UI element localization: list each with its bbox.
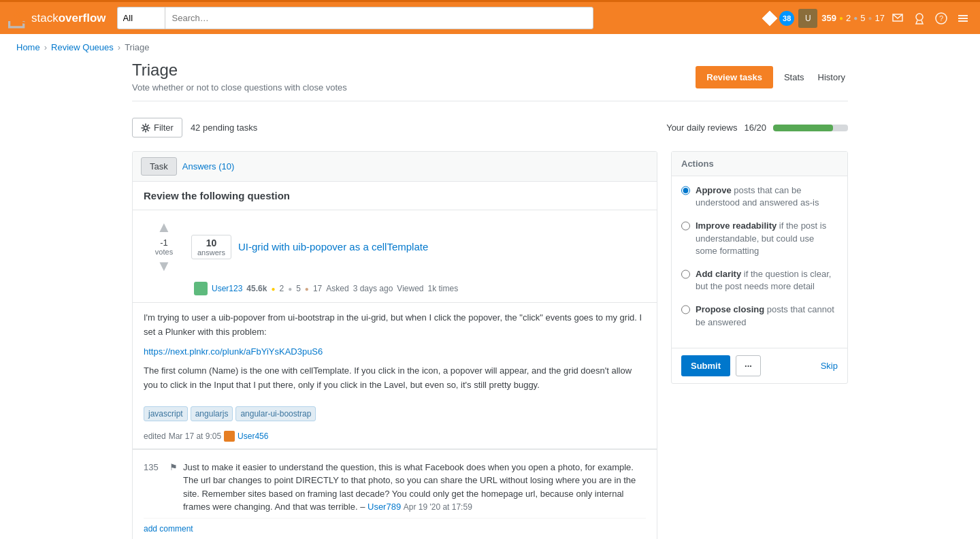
action-clarity: Add clarity if the question is clear, bu… — [681, 268, 838, 293]
filter-button[interactable]: Filter — [132, 118, 182, 137]
question-title-link[interactable]: UI-grid with uib-popover as a cellTempla… — [238, 241, 428, 252]
achievements-button[interactable] — [911, 10, 928, 27]
logo-light: stack — [31, 12, 59, 24]
task-tab-active[interactable]: Task — [141, 157, 177, 176]
vote-column: ▲ -1 votes ▼ — [144, 217, 184, 276]
search-filter-select[interactable]: All Questions Users Tags — [117, 7, 165, 29]
search-input[interactable] — [165, 7, 593, 29]
action-clarity-label: Add clarity if the question is clear, bu… — [696, 268, 838, 293]
comment-item: 135 ⚑ Just to make it easier to understa… — [144, 457, 646, 519]
page-subtitle: Vote whether or not to close questions w… — [132, 82, 347, 93]
achievement-badge[interactable]: 38 — [779, 11, 794, 26]
svg-point-0 — [916, 14, 923, 20]
help-button[interactable]: ? — [932, 10, 950, 27]
tag-javascript[interactable]: javascript — [144, 406, 188, 421]
menu-button[interactable] — [954, 10, 972, 27]
question-meta-row: ▲ -1 votes ▼ 10 answers UI-grid with uib… — [133, 210, 657, 279]
author-gold: 2 — [279, 284, 284, 293]
daily-reviews-value: 16/20 — [744, 122, 766, 133]
review-tasks-button[interactable]: Review tasks — [696, 66, 773, 88]
plunker-link[interactable]: https://next.plnkr.co/plunk/aFbYiYsKAD3p… — [144, 346, 323, 357]
breadcrumb-current: Triage — [125, 42, 149, 52]
user-reputation: 359 ● 2 ● 5 ● 17 — [821, 13, 885, 23]
author-gold-dot: ● — [271, 285, 275, 293]
filter-bar-left: Filter 42 pending tasks — [132, 118, 257, 137]
action-close-radio[interactable] — [681, 305, 690, 314]
actions-body: Approve posts that can be understood and… — [672, 176, 847, 348]
vote-label: votes — [155, 248, 173, 256]
review-area: Task Answers (10) Review the following q… — [132, 151, 848, 539]
comment-section: 135 ⚑ Just to make it easier to understa… — [133, 449, 657, 539]
edit-user-link[interactable]: User456 — [238, 431, 268, 441]
tag-angular-ui-boostrap[interactable]: angular-ui-boostrap — [235, 406, 316, 421]
author-bronze: 17 — [313, 284, 322, 293]
gear-icon — [141, 123, 150, 133]
vote-down-arrow[interactable]: ▼ — [157, 257, 172, 275]
action-improve-label: Improve readability if the post is under… — [696, 220, 838, 257]
stats-link[interactable]: Stats — [781, 66, 807, 88]
silver-dot: ● — [853, 14, 858, 22]
vote-number: -1 — [160, 238, 168, 248]
breadcrumb: Home › Review Queues › Triage — [0, 34, 980, 61]
svg-point-6 — [144, 126, 148, 129]
silver-count: 5 — [860, 13, 865, 23]
answers-tab-link[interactable]: Answers (10) — [182, 158, 235, 175]
bronze-dot: ● — [868, 14, 872, 22]
bronze-count: 17 — [875, 13, 885, 23]
filter-bar: Filter 42 pending tasks Your daily revie… — [132, 112, 848, 143]
svg-rect-3 — [958, 15, 968, 16]
author-link[interactable]: User123 — [212, 284, 242, 293]
logo-bold: overflow — [59, 12, 106, 24]
svg-rect-5 — [958, 20, 968, 22]
skip-button[interactable]: Skip — [821, 361, 838, 371]
asked-label: Asked — [326, 284, 348, 293]
history-link[interactable]: History — [815, 66, 848, 88]
comment-flag-col: ⚑ — [169, 461, 178, 514]
answers-num: 10 — [206, 238, 217, 248]
inbox-button[interactable] — [889, 10, 906, 27]
edit-user-avatar — [224, 431, 235, 442]
comment-time-value: Apr 19 '20 at 17:59 — [404, 502, 472, 512]
submit-button[interactable]: Submit — [681, 355, 730, 376]
add-comment-link[interactable]: add comment — [144, 519, 646, 536]
search-area: All Questions Users Tags — [117, 7, 593, 29]
answers-box: 10 answers — [191, 235, 231, 259]
gold-dot: ● — [839, 14, 843, 22]
action-improve: Improve readability if the post is under… — [681, 220, 838, 257]
action-close: Propose closing posts that cannot be ans… — [681, 304, 838, 328]
rep-number: 359 — [821, 13, 836, 23]
vote-up-arrow[interactable]: ▲ — [157, 218, 172, 236]
page-title: Triage — [132, 61, 347, 80]
more-button[interactable]: ··· — [736, 355, 761, 376]
comment-vote: 135 — [144, 461, 164, 514]
question-body-p1: I'm trying to user a uib-popover from ui… — [144, 311, 646, 340]
breadcrumb-home[interactable]: Home — [16, 42, 40, 52]
daily-reviews: Your daily reviews 16/20 — [666, 122, 848, 133]
page-actions: Review tasks Stats History — [696, 66, 848, 88]
progress-bar — [773, 125, 848, 131]
viewed-count: 1k times — [427, 284, 458, 293]
tag-angularjs[interactable]: angularjs — [191, 406, 233, 421]
user-avatar[interactable]: U — [798, 9, 817, 28]
question-author-row: User123 45.6k ● 2 ● 5 ● 17 Asked 3 days … — [133, 279, 657, 302]
review-main: Task Answers (10) Review the following q… — [132, 151, 657, 539]
actions-panel: Actions Approve posts that can be unders… — [671, 151, 848, 384]
gold-count: 2 — [846, 13, 851, 23]
action-approve-label: Approve posts that can be understood and… — [696, 184, 838, 209]
edited-label: edited — [144, 431, 166, 441]
action-clarity-radio[interactable] — [681, 270, 690, 279]
comment-user-link[interactable]: User789 — [368, 502, 401, 512]
topbar-right: 38 U 359 ● 2 ● 5 ● 17 ? — [764, 9, 972, 28]
achievement-count: 38 — [783, 14, 791, 22]
svg-rect-4 — [958, 18, 968, 19]
action-approve-radio[interactable] — [681, 186, 690, 195]
edited-time: Mar 17 at 9:05 — [169, 431, 221, 441]
comment-body: Just to make it easier to understand the… — [183, 461, 646, 514]
author-rep: 45.6k — [246, 284, 267, 293]
daily-reviews-label: Your daily reviews — [666, 122, 737, 133]
edit-row: edited Mar 17 at 9:05 User456 — [133, 427, 657, 449]
breadcrumb-review-queues[interactable]: Review Queues — [51, 42, 114, 52]
logo[interactable]: stackoverflow — [8, 6, 106, 30]
action-improve-radio[interactable] — [681, 221, 690, 231]
breadcrumb-sep-2: › — [118, 42, 120, 52]
